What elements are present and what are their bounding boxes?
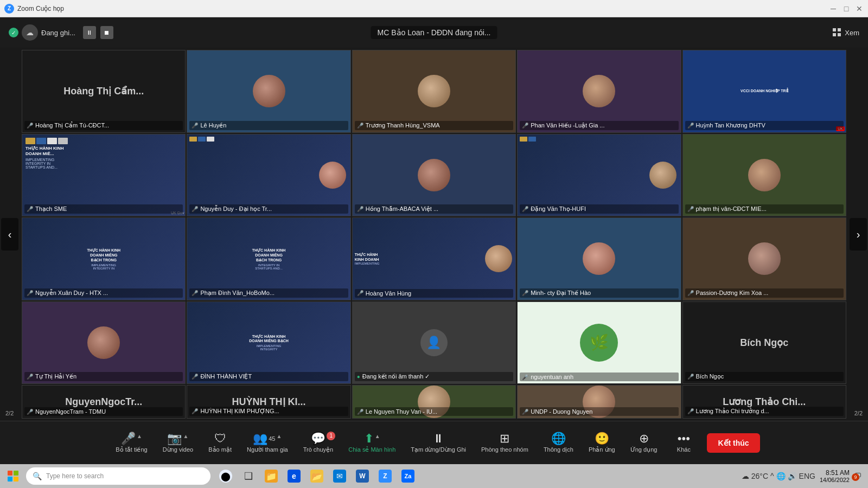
- grid-icon: [833, 28, 841, 37]
- prev-page-button[interactable]: ‹: [1, 218, 18, 251]
- face-circle-15: [748, 242, 781, 275]
- next-page-button[interactable]: ›: [850, 218, 867, 251]
- taskbar-zalo-button[interactable]: Za: [397, 465, 419, 487]
- taskbar-cortana-button[interactable]: ⬤: [215, 465, 237, 487]
- page-indicator-right: 2/2: [854, 410, 863, 416]
- record-button[interactable]: ⏸ Tạm dừng/Dừng Ghi: [403, 429, 474, 457]
- tile-face-4: [518, 50, 680, 132]
- face-circle-16: [87, 326, 120, 359]
- reaction-icon: 🙂: [595, 433, 609, 445]
- video-tile-5: VCCI DOANH NGHIỆP TRẺ UK 🎤 Huỳnh Tan Khư…: [682, 50, 846, 133]
- taskbar-explorer-button[interactable]: 📁: [260, 465, 282, 487]
- end-meeting-button[interactable]: Kết thúc: [707, 433, 760, 453]
- apps-label: Ứng dụng: [630, 446, 658, 453]
- taskbar-mail-button[interactable]: ✉: [329, 465, 350, 487]
- more-button[interactable]: ••• Khác: [665, 429, 703, 456]
- tile-label-5: 🎤 Huỳnh Tan Khương DHTV: [685, 121, 844, 130]
- weather-icon: ☁: [742, 472, 749, 480]
- video-tile-23: 🎤 Le Nguyen Thuy Van - IU...: [352, 385, 516, 419]
- cortana-icon: ⬤: [219, 470, 232, 483]
- tile-label-15: 🎤 Passion-Dương Kim Xoa ...: [685, 288, 844, 298]
- tile-face-3: [353, 50, 515, 132]
- tile-content-18: 👤: [353, 302, 515, 384]
- view-button[interactable]: Xem: [833, 28, 859, 37]
- network-icon: 🌐: [776, 472, 786, 480]
- interpret-label: Thông dịch: [544, 446, 573, 453]
- search-bar[interactable]: 🔍 Type here to search: [26, 467, 210, 485]
- rooms-button[interactable]: ⊞ Phòng theo nhóm: [474, 429, 536, 456]
- zoom-taskbar-icon: Z: [379, 470, 392, 483]
- search-input[interactable]: Type here to search: [46, 472, 204, 480]
- tile-label-24: 🎤 UNDP - Duong Nguyen: [520, 407, 678, 416]
- video-tile-4: 🎤 Phan Văn Hiếu -Luật Gia ...: [517, 50, 681, 133]
- interpret-icon: 🌐: [551, 433, 566, 445]
- participants-button[interactable]: 👥 45 ▲ Người tham gia: [239, 429, 296, 457]
- reaction-button[interactable]: 🙂 Phản ứng: [581, 429, 623, 457]
- record-label: Tạm dừng/Dừng Ghi: [411, 446, 466, 453]
- tile-label-23: 🎤 Le Nguyen Thuy Van - IU...: [355, 407, 513, 416]
- chevron-icon[interactable]: ^: [770, 472, 774, 480]
- pause-recording-button[interactable]: ⏸: [83, 26, 96, 39]
- tile-face-14: [518, 218, 680, 300]
- mute-label: Bỏ tắt tiếng: [116, 446, 147, 453]
- video-tile-22: HUỲNH THỊ KI... 🎤 HUỲNH THỊ KIM PHƯỢNG..…: [187, 385, 350, 419]
- video-grid: Hoàng Thị Cẩm... 🎤 Hoàng Thị Cẩm Tú-CĐCT…: [22, 50, 846, 419]
- rooms-label: Phòng theo nhóm: [481, 446, 528, 453]
- interpret-button[interactable]: 🌐 Thông dịch: [536, 429, 581, 457]
- tile-label-13: 🎤 Hoàng Văn Hùng: [355, 289, 513, 298]
- start-button[interactable]: [2, 465, 24, 487]
- share-button[interactable]: ⬆ ▲ Chia sẻ Màn hình: [341, 429, 403, 457]
- tile-label-1: 🎤 Hoàng Thị Cẩm Tú-CĐCT...: [24, 121, 183, 130]
- tile-face-15: [683, 218, 846, 300]
- reaction-label: Phản ứng: [589, 446, 615, 453]
- video-button[interactable]: 📷 ▲ Dừng video: [155, 429, 201, 457]
- security-label: Bảo mật: [208, 446, 232, 453]
- taskbar-files-button[interactable]: 📂: [306, 465, 328, 487]
- close-button[interactable]: ✕: [855, 4, 864, 13]
- tile-label-8: 🎤 Hồng Thắm-ABACA Việt ...: [355, 204, 513, 214]
- title-controls: ─ □ ✕: [829, 4, 864, 13]
- clock-display[interactable]: 8:51 AM 14/06/2022: [820, 469, 850, 483]
- maximize-button[interactable]: □: [842, 4, 851, 13]
- volume-icon[interactable]: 🔊: [788, 472, 797, 480]
- tile-content-13: THỰC HÀNHKINH DOANH IMPLEMENTING: [353, 218, 515, 300]
- stop-recording-button[interactable]: ⏹: [100, 26, 113, 39]
- taskbar-word-button[interactable]: W: [352, 465, 373, 487]
- mute-button[interactable]: 🎤 ▲ Bỏ tắt tiếng: [108, 429, 155, 457]
- tile-label-25: 🎤 Lương Thảo Chi trưởng d...: [685, 407, 844, 416]
- tile-label-12: 🎤 Phạm Đình Văn_HoBoMo...: [189, 288, 348, 298]
- rooms-icon: ⊞: [500, 433, 509, 445]
- record-icon: ⏸: [432, 433, 444, 445]
- taskbar-edge-button[interactable]: e: [283, 465, 305, 487]
- apps-button[interactable]: ⊕ Ứng dụng: [623, 429, 665, 457]
- security-button[interactable]: 🛡 Bảo mật: [201, 429, 239, 457]
- tile-content-12: THỰC HÀNH KINHDOANH MIÊNGBẠCH TRONG INTE…: [187, 218, 350, 300]
- face-circle-14: [583, 242, 615, 275]
- video-tile-18: 👤 ● Đang kết nối âm thanh ✓: [352, 301, 516, 384]
- toolbar: 🎤 ▲ Bỏ tắt tiếng 📷 ▲ Dừng video 🛡 Bảo mậ…: [0, 421, 868, 464]
- participants-icon: 👥: [253, 433, 267, 445]
- share-caret-icon: ▲: [375, 433, 380, 439]
- minimize-button[interactable]: ─: [829, 4, 838, 13]
- video-tile-25: Lương Thảo Chi... 🎤 Lương Thảo Chi trưởn…: [682, 385, 846, 419]
- tile-label-10: 🎤 phạm thị vân-CĐCT MIE...: [685, 204, 844, 214]
- notification-area[interactable]: 🗨 9: [854, 471, 861, 481]
- recording-controls: ⏸ ⏹: [83, 26, 113, 39]
- video-tile-9: 🎤 Đặng Văn Thọ-HUFI: [517, 134, 681, 217]
- security-icon: 🛡: [214, 433, 226, 445]
- participants-label: Người tham gia: [247, 446, 288, 453]
- taskbar-zoom-button[interactable]: Z: [374, 465, 396, 487]
- explorer-icon: 📁: [265, 470, 278, 483]
- video-grid-area: ‹ Hoàng Thị Cẩm... 🎤 Hoàng Thị Cẩm Tú-CĐ…: [0, 48, 868, 421]
- files-icon: 📂: [310, 470, 323, 483]
- zoom-logo-icon: Z: [4, 4, 14, 14]
- taskbar-system-tray: ☁ 26°C ^ 🌐 🔊 ENG 8:51 AM 14/06/2022 🗨 9: [742, 469, 866, 483]
- top-bar: ✓ ☁ Đang ghi... ⏸ ⏹ MC Bảo Loan - DĐDN đ…: [0, 17, 868, 48]
- tile-label-19: 🎤 nguyentuan anh: [520, 373, 678, 381]
- chat-button[interactable]: 💬 1 Trò chuyện: [296, 429, 341, 457]
- video-tile-15: 🎤 Passion-Dương Kim Xoa ...: [682, 217, 846, 300]
- video-icon: 📷: [167, 433, 182, 445]
- face-circle-10: [748, 159, 781, 191]
- taskbar-taskview-button[interactable]: ❑: [238, 465, 259, 487]
- recording-badge: ✓ ☁ Đang ghi... ⏸ ⏹: [9, 24, 113, 41]
